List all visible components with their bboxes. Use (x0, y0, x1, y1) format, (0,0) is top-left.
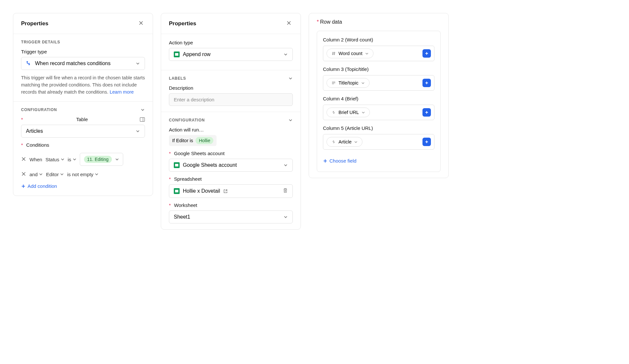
text-icon (331, 81, 336, 85)
chevron-down-icon (361, 81, 365, 85)
table-field-label: Table (21, 117, 145, 122)
chevron-down-icon (136, 129, 140, 133)
field-selector[interactable]: Status (45, 157, 65, 162)
plus-icon (323, 159, 327, 163)
editor-tag: Hollie (196, 137, 213, 144)
operator-selector[interactable]: is not empty (67, 172, 99, 177)
field-selector[interactable]: Editor (46, 172, 64, 177)
column-label: Column 4 (Brief) (323, 96, 434, 101)
google-sheets-icon (174, 162, 180, 168)
chevron-down-icon[interactable] (288, 118, 293, 122)
panel-header: Properties (161, 13, 301, 34)
panel-header: Properties (13, 13, 153, 34)
spreadsheet-label: Spreadsheet (169, 176, 293, 182)
close-icon (22, 172, 26, 176)
action-properties-panel: Properties Action type Append row LABELS… (161, 13, 301, 230)
section-label: LABELS (169, 76, 186, 81)
action-type-label: Action type (169, 40, 293, 45)
svg-line-14 (225, 189, 227, 191)
field-token[interactable]: Word count (326, 49, 374, 58)
add-token-button[interactable] (422, 138, 431, 146)
description-label: Description (169, 85, 293, 91)
trigger-help-text: This trigger will fire when a record in … (21, 74, 145, 96)
join-selector[interactable]: and (30, 172, 43, 177)
add-token-button[interactable] (422, 79, 431, 87)
google-sheets-icon (174, 51, 180, 57)
operator-selector[interactable]: is (68, 157, 77, 162)
column-label: Column 5 (Article URL) (323, 125, 434, 131)
trigger-details-section: TRIGGER DETAILS Trigger type When record… (13, 34, 153, 102)
chevron-down-icon (283, 52, 288, 57)
condition-value-selector[interactable]: 11. Editing (80, 153, 123, 166)
chevron-down-icon (283, 163, 288, 167)
chevron-down-icon (362, 111, 365, 114)
remove-condition-button[interactable] (21, 156, 26, 163)
choose-field-button[interactable]: Choose field (323, 158, 356, 164)
trigger-icon (26, 61, 32, 66)
field-token[interactable]: Title/topic (326, 78, 370, 88)
column-value-input[interactable]: Title/topic (323, 75, 434, 91)
when-label: When (30, 157, 42, 162)
row-data-fields: Column 2 (Word count) Word count Column … (317, 31, 441, 172)
svg-point-2 (27, 62, 28, 63)
description-input[interactable]: Enter a description (169, 93, 293, 106)
add-condition-button[interactable]: Add condition (21, 183, 57, 189)
close-icon (22, 157, 26, 161)
chevron-down-icon (283, 215, 288, 219)
labels-section: LABELS Description Enter a description (161, 70, 301, 112)
action-type-value: Append row (183, 51, 210, 57)
chevron-down-icon (365, 52, 369, 55)
chevron-down-icon[interactable] (140, 108, 145, 112)
add-token-button[interactable] (422, 108, 431, 117)
spreadsheet-value: Hollie x Dovetail (183, 188, 220, 194)
plus-icon (21, 184, 26, 188)
chevron-down-icon (115, 157, 119, 161)
action-type-section: Action type Append row (161, 34, 301, 70)
configuration-section: CONFIGURATION Table Articles Conditions … (13, 102, 153, 196)
action-type-select[interactable]: Append row (169, 48, 293, 61)
worksheet-select[interactable]: Sheet1 (169, 210, 293, 223)
link-icon (331, 140, 336, 144)
trigger-type-select[interactable]: When record matches conditions (21, 57, 145, 70)
svg-line-19 (333, 52, 333, 55)
chevron-down-icon[interactable] (288, 76, 293, 81)
conditions-field-label: Conditions (21, 142, 145, 148)
action-will-run-label: Action will run… (169, 127, 293, 132)
plus-icon (424, 51, 429, 56)
action-configuration-section: CONFIGURATION Action will run… If Editor… (161, 112, 301, 229)
add-token-button[interactable] (422, 49, 431, 58)
section-label: CONFIGURATION (169, 118, 205, 122)
field-token[interactable]: Brief URL (326, 108, 370, 117)
column-value-input[interactable]: Article (323, 134, 434, 150)
status-tag: 11. Editing (84, 156, 112, 163)
section-label: CONFIGURATION (21, 108, 57, 112)
gs-account-select[interactable]: Google Sheets account (169, 159, 293, 172)
remove-condition-button[interactable] (21, 171, 26, 177)
expand-icon[interactable] (140, 117, 145, 122)
run-condition-chip[interactable]: If Editor is Hollie (169, 135, 217, 146)
chevron-down-icon (61, 157, 65, 161)
plus-icon (424, 110, 429, 115)
condition-row-1: When Status is 11. Editing (21, 150, 145, 168)
learn-more-link[interactable]: Learn more (110, 89, 134, 95)
svg-line-20 (334, 52, 335, 55)
column-value-input[interactable]: Brief URL (323, 105, 434, 120)
trigger-type-label: Trigger type (21, 49, 145, 54)
column-label: Column 3 (Topic/title) (323, 66, 434, 72)
svg-point-3 (29, 64, 30, 65)
chevron-down-icon (95, 172, 99, 176)
close-button[interactable] (285, 19, 293, 28)
spreadsheet-select[interactable]: Hollie x Dovetail (169, 184, 293, 198)
chevron-down-icon (60, 172, 64, 176)
row-data-panel: *Row data Column 2 (Word count) Word cou… (309, 13, 449, 178)
field-token[interactable]: Article (326, 137, 362, 147)
column-value-input[interactable]: Word count (323, 46, 434, 61)
chevron-down-icon (39, 172, 43, 176)
worksheet-label: Worksheet (169, 202, 293, 208)
delete-spreadsheet-button[interactable] (283, 188, 288, 194)
table-select[interactable]: Articles (21, 125, 145, 138)
hash-icon (331, 51, 336, 56)
close-button[interactable] (137, 19, 145, 28)
row-data-title: *Row data (317, 19, 441, 25)
plus-icon (424, 140, 429, 144)
